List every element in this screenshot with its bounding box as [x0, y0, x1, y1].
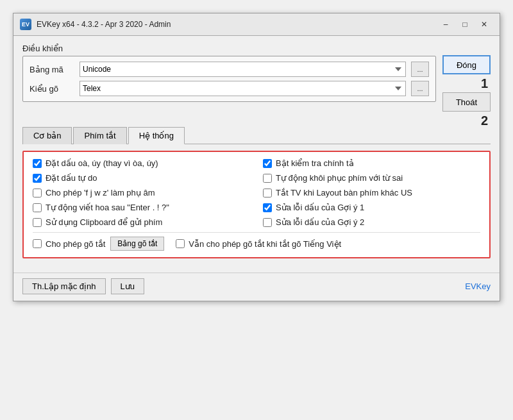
shortcut-checkbox-label[interactable]: Cho phép gõ tắt: [46, 239, 105, 249]
option-label-1[interactable]: Đặt dấu oà, úy (thay vì òa, úy): [46, 158, 158, 168]
badge-2: 2: [481, 114, 488, 127]
option-item-1: Đặt dấu oà, úy (thay vì òa, úy): [33, 158, 250, 168]
option-item-3: Đặt dấu tự do: [33, 173, 250, 183]
footer-left: Th.Lập mặc định Lưu: [22, 278, 144, 294]
bang-ma-label: Bảng mã: [29, 65, 74, 74]
option-label-10[interactable]: Sửa lỗi dấu của Gợi ý 2: [276, 217, 364, 227]
option-checkbox-3[interactable]: [33, 174, 42, 183]
option-item-4: Tự động khôi phục phím với từ sai: [263, 173, 480, 183]
app-icon: EV: [20, 19, 31, 30]
option-item-8: Sửa lỗi dấu của Gợi ý 1: [263, 203, 480, 212]
bang-ma-dots-button[interactable]: ...: [411, 62, 429, 77]
shortcut-checkbox[interactable]: [33, 239, 42, 248]
bang-ma-select[interactable]: Unicode TCVN3 VNI: [80, 62, 406, 77]
close-button[interactable]: ✕: [475, 17, 493, 31]
option-checkbox-8[interactable]: [263, 203, 272, 212]
tab-bar: Cơ bản Phím tắt Hệ thống: [22, 127, 491, 144]
option-checkbox-10[interactable]: [263, 218, 272, 227]
option-checkbox-5[interactable]: [33, 189, 42, 197]
option-checkbox-6[interactable]: [263, 189, 272, 197]
luu-button[interactable]: Lưu: [111, 278, 144, 294]
option-checkbox-4[interactable]: [263, 174, 272, 183]
thoat-button[interactable]: Thoát: [442, 92, 491, 112]
tab-he-thong[interactable]: Hệ thống: [128, 127, 185, 144]
option-label-5[interactable]: Cho phép 'f j w z' làm phụ âm: [46, 188, 155, 197]
kieu-go-label: Kiểu gõ: [29, 84, 74, 94]
option-label-6[interactable]: Tắt TV khi Layout bàn phím khác US: [276, 188, 412, 197]
main-window: EV EVKey x64 - 4.3.2 - Apr 3 2020 - Admi…: [13, 13, 500, 301]
dong-button[interactable]: Đóng: [442, 55, 491, 74]
dieu-khien-box: Bảng mã Unicode TCVN3 VNI ... Kiểu gõ Te…: [22, 56, 436, 102]
th-lap-button[interactable]: Th.Lập mặc định: [22, 278, 106, 294]
option-item-6: Tắt TV khi Layout bàn phím khác US: [263, 188, 480, 197]
window-controls: – □ ✕: [437, 17, 493, 31]
option-label-8[interactable]: Sửa lỗi dấu của Gợi ý 1: [276, 203, 364, 212]
option-checkbox-9[interactable]: [33, 218, 42, 227]
title-bar: EV EVKey x64 - 4.3.2 - Apr 3 2020 - Admi…: [13, 13, 500, 36]
dieu-khien-label: Điều khiển: [22, 44, 436, 53]
badge-1: 1: [481, 77, 488, 90]
bang-go-tat-button[interactable]: Bảng gõ tắt: [110, 237, 164, 251]
minimize-button[interactable]: –: [437, 17, 455, 31]
option-checkbox-2[interactable]: [263, 159, 272, 168]
option-item-9: Sử dụng Clipboard để gửi phím: [33, 217, 250, 227]
maximize-button[interactable]: □: [456, 17, 474, 31]
option-label-3[interactable]: Đặt dấu tự do: [46, 173, 97, 183]
tab-co-ban[interactable]: Cơ bản: [22, 127, 72, 144]
option-item-2: Bật kiểm tra chính tả: [263, 158, 480, 168]
options-box: Đặt dấu oà, úy (thay vì òa, úy) Bật kiểm…: [22, 151, 491, 258]
option-checkbox-7[interactable]: [33, 203, 42, 212]
option-label-4[interactable]: Tự động khôi phục phím với từ sai: [276, 173, 403, 183]
option-checkbox-1[interactable]: [33, 159, 42, 168]
option-item-7: Tự động viết hoa sau "Enter . ! ?": [33, 203, 250, 212]
options-grid: Đặt dấu oà, úy (thay vì òa, úy) Bật kiểm…: [33, 158, 480, 227]
dieu-khien-section: Điều khiển Bảng mã Unicode TCVN3 VNI ...: [22, 44, 436, 108]
extra-shortcut-checkbox[interactable]: [176, 239, 185, 248]
content-area: Điều khiển Bảng mã Unicode TCVN3 VNI ...: [13, 36, 500, 266]
tab-phim-tat[interactable]: Phím tắt: [73, 127, 126, 144]
title-bar-left: EV EVKey x64 - 4.3.2 - Apr 3 2020 - Admi…: [20, 19, 171, 30]
window-title: EVKey x64 - 4.3.2 - Apr 3 2020 - Admin: [37, 20, 171, 29]
kieu-go-dots-button[interactable]: ...: [411, 81, 429, 96]
option-label-2[interactable]: Bật kiểm tra chính tả: [276, 158, 354, 168]
extra-shortcut-item: Vẫn cho phép gõ tắt khi tắt gõ Tiếng Việ…: [176, 239, 341, 249]
kieu-go-row: Kiểu gõ Telex VNI VIQR ...: [29, 81, 429, 96]
option-label-9[interactable]: Sử dụng Clipboard để gửi phím: [46, 217, 162, 227]
footer: Th.Lập mặc định Lưu EVKey: [13, 273, 500, 301]
extra-shortcut-label[interactable]: Vẫn cho phép gõ tắt khi tắt gõ Tiếng Việ…: [189, 239, 341, 249]
shortcut-row: Cho phép gõ tắt Bảng gõ tắt Vẫn cho phép…: [33, 232, 480, 251]
kieu-go-select[interactable]: Telex VNI VIQR: [80, 81, 406, 96]
shortcut-checkbox-item: Cho phép gõ tắt: [33, 239, 105, 249]
option-label-7[interactable]: Tự động viết hoa sau "Enter . ! ?": [46, 203, 169, 212]
option-item-5: Cho phép 'f j w z' làm phụ âm: [33, 188, 250, 197]
evkey-link[interactable]: EVKey: [465, 281, 491, 291]
option-item-10: Sửa lỗi dấu của Gợi ý 2: [263, 217, 480, 227]
bang-ma-row: Bảng mã Unicode TCVN3 VNI ...: [29, 62, 429, 77]
right-panel: Đóng 1 Thoát 2: [442, 44, 491, 127]
